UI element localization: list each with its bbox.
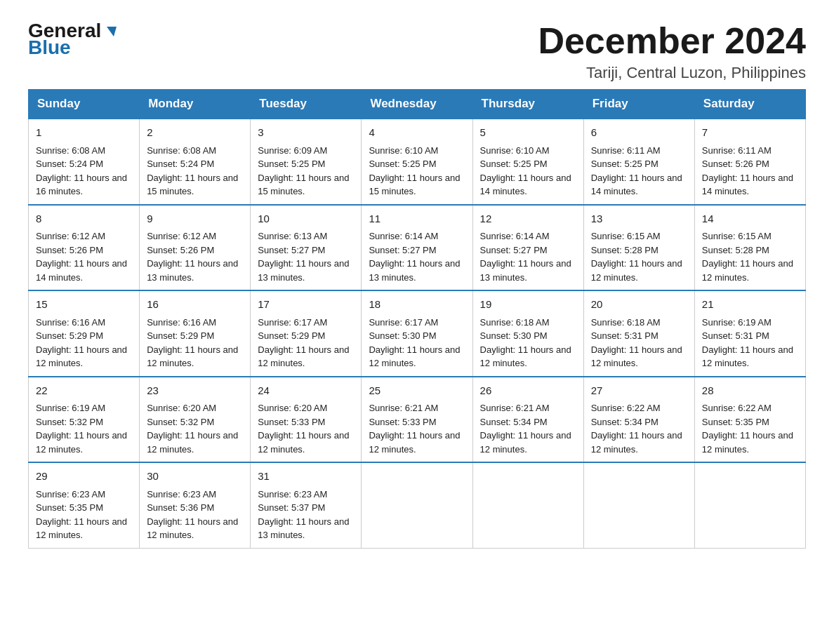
day-number: 18	[369, 297, 465, 313]
calendar-cell-day-4: 4Sunrise: 6:10 AMSunset: 5:25 PMDaylight…	[362, 119, 472, 205]
calendar-cell-empty	[583, 462, 694, 548]
day-number: 13	[591, 211, 687, 227]
weekday-header-friday: Friday	[583, 90, 694, 119]
sunset-text: Sunset: 5:33 PM	[369, 417, 436, 427]
daylight-text: Daylight: 11 hours and 15 minutes.	[258, 173, 349, 197]
title-block: December 2024 Tariji, Central Luzon, Phi…	[538, 21, 806, 82]
calendar-cell-day-19: 19Sunrise: 6:18 AMSunset: 5:30 PMDayligh…	[472, 290, 583, 377]
calendar-table: SundayMondayTuesdayWednesdayThursdayFrid…	[28, 89, 806, 549]
sunrise-text: Sunrise: 6:23 AM	[147, 489, 216, 499]
day-number: 9	[147, 211, 243, 227]
daylight-text: Daylight: 11 hours and 12 minutes.	[147, 430, 238, 455]
sunset-text: Sunset: 5:32 PM	[36, 417, 103, 427]
calendar-cell-day-15: 15Sunrise: 6:16 AMSunset: 5:29 PMDayligh…	[29, 290, 140, 377]
sunset-text: Sunset: 5:25 PM	[258, 159, 325, 169]
sunset-text: Sunset: 5:26 PM	[36, 245, 103, 255]
daylight-text: Daylight: 11 hours and 15 minutes.	[369, 173, 460, 197]
daylight-text: Daylight: 11 hours and 13 minutes.	[369, 258, 460, 283]
day-number: 31	[258, 469, 354, 485]
sunset-text: Sunset: 5:29 PM	[258, 330, 325, 341]
daylight-text: Daylight: 11 hours and 12 minutes.	[258, 430, 349, 455]
sunrise-text: Sunrise: 6:21 AM	[369, 403, 438, 413]
calendar-cell-day-8: 8Sunrise: 6:12 AMSunset: 5:26 PMDaylight…	[29, 205, 140, 291]
sunrise-text: Sunrise: 6:11 AM	[591, 145, 661, 156]
location-title: Tariji, Central Luzon, Philippines	[538, 64, 806, 82]
sunset-text: Sunset: 5:28 PM	[591, 245, 658, 255]
daylight-text: Daylight: 11 hours and 16 minutes.	[36, 173, 127, 197]
day-number: 21	[702, 297, 798, 313]
sunset-text: Sunset: 5:36 PM	[147, 502, 214, 513]
day-number: 11	[369, 211, 465, 227]
sunset-text: Sunset: 5:27 PM	[480, 245, 548, 255]
calendar-week-row-2: 8Sunrise: 6:12 AMSunset: 5:26 PMDaylight…	[29, 205, 806, 291]
calendar-cell-day-13: 13Sunrise: 6:15 AMSunset: 5:28 PMDayligh…	[583, 205, 694, 291]
daylight-text: Daylight: 11 hours and 12 minutes.	[36, 430, 127, 455]
daylight-text: Daylight: 11 hours and 12 minutes.	[702, 344, 793, 369]
daylight-text: Daylight: 11 hours and 12 minutes.	[369, 344, 460, 369]
sunset-text: Sunset: 5:29 PM	[147, 330, 214, 341]
daylight-text: Daylight: 11 hours and 12 minutes.	[591, 344, 682, 369]
day-number: 10	[258, 211, 354, 227]
day-number: 27	[591, 383, 687, 399]
sunrise-text: Sunrise: 6:16 AM	[36, 317, 105, 328]
logo-blue-text: Blue	[28, 38, 71, 58]
sunrise-text: Sunrise: 6:13 AM	[258, 231, 327, 241]
sunset-text: Sunset: 5:34 PM	[480, 417, 548, 427]
calendar-cell-day-11: 11Sunrise: 6:14 AMSunset: 5:27 PMDayligh…	[362, 205, 472, 291]
calendar-week-row-5: 29Sunrise: 6:23 AMSunset: 5:35 PMDayligh…	[29, 462, 806, 548]
daylight-text: Daylight: 11 hours and 12 minutes.	[147, 516, 238, 541]
sunset-text: Sunset: 5:30 PM	[480, 330, 548, 341]
calendar-cell-day-21: 21Sunrise: 6:19 AMSunset: 5:31 PMDayligh…	[694, 290, 805, 377]
sunrise-text: Sunrise: 6:10 AM	[480, 145, 550, 156]
weekday-header-tuesday: Tuesday	[251, 90, 362, 119]
calendar-cell-day-23: 23Sunrise: 6:20 AMSunset: 5:32 PMDayligh…	[140, 377, 251, 463]
weekday-header-monday: Monday	[140, 90, 251, 119]
day-number: 30	[147, 469, 243, 485]
calendar-cell-day-6: 6Sunrise: 6:11 AMSunset: 5:25 PMDaylight…	[583, 119, 694, 205]
day-number: 3	[258, 125, 354, 141]
sunset-text: Sunset: 5:26 PM	[702, 159, 769, 169]
day-number: 12	[480, 211, 576, 227]
calendar-cell-day-20: 20Sunrise: 6:18 AMSunset: 5:31 PMDayligh…	[583, 290, 694, 377]
daylight-text: Daylight: 11 hours and 12 minutes.	[591, 258, 682, 283]
sunrise-text: Sunrise: 6:23 AM	[258, 489, 327, 499]
sunset-text: Sunset: 5:27 PM	[258, 245, 325, 255]
daylight-text: Daylight: 11 hours and 12 minutes.	[147, 344, 238, 369]
weekday-header-wednesday: Wednesday	[362, 90, 472, 119]
calendar-cell-day-5: 5Sunrise: 6:10 AMSunset: 5:25 PMDaylight…	[472, 119, 583, 205]
calendar-cell-day-31: 31Sunrise: 6:23 AMSunset: 5:37 PMDayligh…	[251, 462, 362, 548]
weekday-header-sunday: Sunday	[29, 90, 140, 119]
calendar-cell-empty	[472, 462, 583, 548]
daylight-text: Daylight: 11 hours and 12 minutes.	[258, 344, 349, 369]
calendar-cell-empty	[694, 462, 805, 548]
calendar-cell-day-24: 24Sunrise: 6:20 AMSunset: 5:33 PMDayligh…	[251, 377, 362, 463]
weekday-header-thursday: Thursday	[472, 90, 583, 119]
weekday-header-row: SundayMondayTuesdayWednesdayThursdayFrid…	[29, 90, 806, 119]
sunrise-text: Sunrise: 6:10 AM	[369, 145, 438, 156]
calendar-cell-day-12: 12Sunrise: 6:14 AMSunset: 5:27 PMDayligh…	[472, 205, 583, 291]
daylight-text: Daylight: 11 hours and 12 minutes.	[36, 344, 127, 369]
day-number: 22	[36, 383, 132, 399]
daylight-text: Daylight: 11 hours and 14 minutes.	[36, 258, 127, 283]
sunrise-text: Sunrise: 6:22 AM	[591, 403, 661, 413]
sunset-text: Sunset: 5:24 PM	[36, 159, 103, 169]
sunrise-text: Sunrise: 6:23 AM	[36, 489, 105, 499]
daylight-text: Daylight: 11 hours and 13 minutes.	[147, 258, 238, 283]
calendar-cell-empty	[362, 462, 472, 548]
day-number: 2	[147, 125, 243, 141]
daylight-text: Daylight: 11 hours and 12 minutes.	[702, 430, 793, 455]
calendar-week-row-4: 22Sunrise: 6:19 AMSunset: 5:32 PMDayligh…	[29, 377, 806, 463]
daylight-text: Daylight: 11 hours and 12 minutes.	[36, 516, 127, 541]
daylight-text: Daylight: 11 hours and 14 minutes.	[480, 173, 571, 197]
day-number: 17	[258, 297, 354, 313]
day-number: 8	[36, 211, 132, 227]
calendar-cell-day-7: 7Sunrise: 6:11 AMSunset: 5:26 PMDaylight…	[694, 119, 805, 205]
daylight-text: Daylight: 11 hours and 12 minutes.	[702, 258, 793, 283]
calendar-cell-day-2: 2Sunrise: 6:08 AMSunset: 5:24 PMDaylight…	[140, 119, 251, 205]
day-number: 19	[480, 297, 576, 313]
sunset-text: Sunset: 5:28 PM	[702, 245, 769, 255]
sunset-text: Sunset: 5:26 PM	[147, 245, 214, 255]
daylight-text: Daylight: 11 hours and 13 minutes.	[258, 516, 349, 541]
day-number: 28	[702, 383, 798, 399]
sunrise-text: Sunrise: 6:08 AM	[147, 145, 216, 156]
